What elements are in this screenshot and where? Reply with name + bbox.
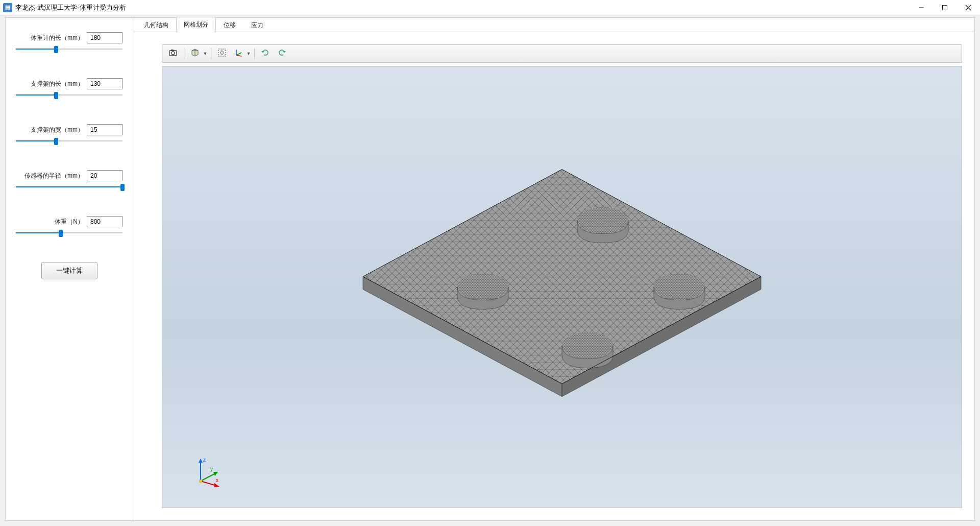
content-area: 几何结构网格划分位移应力 ▼▼ <box>133 18 974 520</box>
param-group: 支撑架的宽（mm） <box>16 124 122 145</box>
cube-view-button[interactable] <box>187 46 203 61</box>
param-slider[interactable] <box>16 91 122 99</box>
tab-bar: 几何结构网格划分位移应力 <box>133 18 974 32</box>
close-button[interactable] <box>957 0 980 15</box>
param-label: 体重（N） <box>16 218 87 226</box>
dropdown-arrow-icon[interactable]: ▼ <box>246 46 251 61</box>
tab[interactable]: 位移 <box>216 17 243 32</box>
svg-point-32 <box>199 480 202 483</box>
camera-icon <box>168 49 178 59</box>
svg-line-30 <box>201 481 216 486</box>
param-label: 支撑架的长（mm） <box>16 80 87 88</box>
param-label: 体重计的长（mm） <box>16 34 87 42</box>
param-input[interactable] <box>87 216 122 227</box>
window-title: 李龙杰-武汉理工大学-体重计受力分析 <box>15 3 910 12</box>
param-input[interactable] <box>87 124 122 135</box>
param-label: 支撑架的宽（mm） <box>16 126 87 134</box>
rotate-cw-icon <box>261 48 270 59</box>
param-slider[interactable] <box>16 137 122 145</box>
title-bar: ▤ 李龙杰-武汉理工大学-体重计受力分析 <box>0 0 980 15</box>
param-group: 传感器的半径（mm） <box>16 170 122 190</box>
svg-point-6 <box>172 52 175 55</box>
rotate-ccw-button[interactable] <box>274 46 289 61</box>
svg-point-24 <box>562 332 613 359</box>
window-controls <box>910 0 980 15</box>
svg-rect-5 <box>171 50 174 51</box>
svg-line-28 <box>201 473 215 481</box>
svg-point-20 <box>654 274 705 300</box>
svg-point-18 <box>577 207 628 234</box>
svg-point-22 <box>457 274 508 300</box>
tab[interactable]: 几何结构 <box>136 17 176 32</box>
minimize-icon <box>918 5 924 11</box>
param-group: 体重计的长（mm） <box>16 32 122 53</box>
maximize-icon <box>942 5 948 11</box>
axes-button[interactable] <box>231 46 246 61</box>
svg-line-10 <box>236 55 241 56</box>
svg-line-9 <box>236 53 241 55</box>
rotate-cw-button[interactable] <box>258 46 273 61</box>
toolbar-separator <box>184 48 184 59</box>
param-group: 体重（N） <box>16 216 122 236</box>
axis-y-label: y <box>210 466 213 472</box>
axis-x-label: x <box>216 477 218 483</box>
mesh-render <box>353 149 771 415</box>
svg-marker-31 <box>214 483 219 487</box>
param-group: 支撑架的长（mm） <box>16 78 122 99</box>
minimize-button[interactable] <box>910 0 933 15</box>
rotate-ccw-icon <box>277 48 286 59</box>
cube-view-icon <box>190 48 200 59</box>
axis-triad: z y x <box>193 457 224 487</box>
viewer-area: ▼▼ <box>133 32 974 520</box>
svg-rect-1 <box>943 5 947 10</box>
toolbar-separator <box>211 48 211 59</box>
maximize-button[interactable] <box>933 0 957 15</box>
svg-marker-27 <box>199 459 203 463</box>
param-input[interactable] <box>87 32 122 43</box>
tab[interactable]: 应力 <box>243 17 271 32</box>
toolbar-separator <box>254 48 255 59</box>
svg-rect-7 <box>218 49 226 56</box>
param-input[interactable] <box>87 170 122 181</box>
parameter-sidebar: 体重计的长（mm） 支撑架的长（mm） 支撑架的宽（mm） 传感器的半径（m <box>6 18 133 520</box>
svg-marker-11 <box>261 51 264 53</box>
viewer-toolbar: ▼▼ <box>162 44 962 63</box>
param-slider[interactable] <box>16 229 122 236</box>
fit-view-button[interactable] <box>214 46 230 61</box>
compute-button[interactable]: 一键计算 <box>41 262 97 279</box>
mesh-viewport[interactable]: z y x <box>162 66 962 508</box>
dropdown-arrow-icon[interactable]: ▼ <box>203 46 208 61</box>
close-icon <box>965 5 971 11</box>
fit-view-icon <box>217 48 227 59</box>
svg-marker-12 <box>283 51 286 53</box>
tab[interactable]: 网格划分 <box>176 17 216 32</box>
camera-button[interactable] <box>165 46 181 61</box>
main-container: 体重计的长（mm） 支撑架的长（mm） 支撑架的宽（mm） 传感器的半径（m <box>5 17 975 521</box>
param-slider[interactable] <box>16 183 122 190</box>
param-label: 传感器的半径（mm） <box>16 172 87 180</box>
axes-icon <box>234 48 243 59</box>
app-icon: ▤ <box>3 3 12 12</box>
param-input[interactable] <box>87 78 122 89</box>
param-slider[interactable] <box>16 45 122 53</box>
axis-z-label: z <box>203 457 206 463</box>
